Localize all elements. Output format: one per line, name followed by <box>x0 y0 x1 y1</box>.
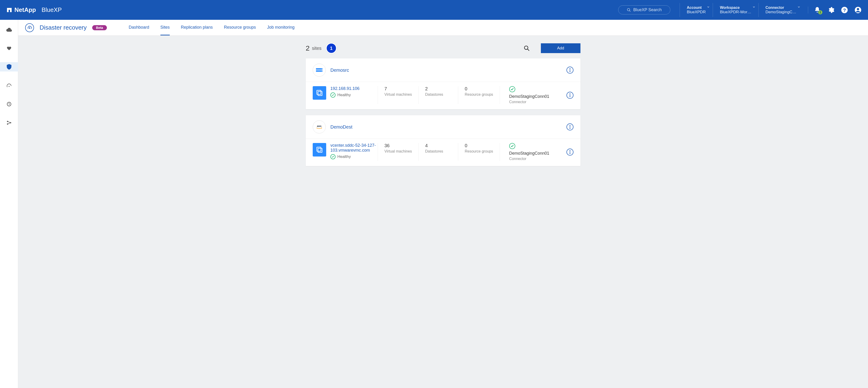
add-site-button[interactable]: Add <box>541 43 581 53</box>
global-header: NetApp BlueXP BlueXP Search Account Blue… <box>0 0 868 20</box>
site-more-button[interactable] <box>566 67 574 73</box>
vcenter-address[interactable]: 192.168.91.106 <box>331 86 360 91</box>
svg-text:aws: aws <box>317 125 321 127</box>
help-button[interactable]: ? <box>841 6 848 13</box>
chevron-down-icon <box>797 5 801 9</box>
svg-point-30 <box>569 125 570 126</box>
svg-point-18 <box>321 69 322 69</box>
list-header: 2 sites 1 Add <box>306 42 581 54</box>
tab-job-monitoring[interactable]: Job monitoring <box>267 20 294 35</box>
svg-point-26 <box>569 95 570 96</box>
svg-point-6 <box>9 86 9 87</box>
connector-label: Connector <box>509 157 566 161</box>
chevron-down-icon <box>707 5 710 9</box>
workspace-value: BlueXPDR-Wor… <box>720 10 751 14</box>
metric-label: Resource groups <box>465 92 493 97</box>
metric-vm: 36 Virtual machines <box>378 143 418 161</box>
svg-rect-23 <box>317 90 321 94</box>
site-more-button[interactable] <box>566 123 574 130</box>
chevron-down-icon <box>752 5 755 9</box>
check-icon <box>332 94 334 96</box>
connector-label: Connector <box>766 6 796 10</box>
server-stack-icon <box>316 89 323 96</box>
sidebar-item-extensions[interactable] <box>0 118 18 127</box>
profile-button[interactable] <box>855 6 862 13</box>
site-card-header: aws DemoDest <box>306 115 581 139</box>
svg-point-32 <box>569 128 570 129</box>
context-selectors: Account BlueXPDR Workspace BlueXPDR-Wor…… <box>680 3 803 17</box>
check-icon <box>511 145 514 147</box>
step-indicator: 1 <box>326 42 337 54</box>
brand-text: NetApp <box>14 6 36 13</box>
status-healthy-icon <box>331 92 336 97</box>
vcenter-address[interactable]: vcenter.sddc-52-34-127-103.vmwarevmc.com <box>331 143 378 153</box>
svg-point-22 <box>569 71 570 72</box>
metric-value: 36 <box>384 143 412 148</box>
connector-status-icon <box>509 143 515 149</box>
search-sites-button[interactable] <box>524 45 530 51</box>
sidebar-item-protection[interactable] <box>0 62 18 71</box>
metric-value: 0 <box>465 86 493 92</box>
connector-label: Connector <box>509 100 566 104</box>
vcenter-status: Healthy <box>331 154 378 159</box>
account-value: BlueXPDR <box>687 10 706 14</box>
site-name[interactable]: Demosrc <box>331 67 349 73</box>
svg-point-36 <box>569 152 570 153</box>
service-title: Disaster recovery <box>39 24 87 31</box>
site-name[interactable]: DemoDest <box>331 124 352 130</box>
page-content: 2 sites 1 Add <box>18 36 868 388</box>
vcenter-status-text: Healthy <box>337 154 351 159</box>
more-vertical-icon <box>569 93 570 97</box>
tab-sites[interactable]: Sites <box>160 20 170 35</box>
tab-resource-groups[interactable]: Resource groups <box>224 20 256 35</box>
vcenter-more-button[interactable] <box>566 92 574 99</box>
sidebar-item-health[interactable] <box>0 43 18 53</box>
metric-label: Virtual machines <box>384 149 412 153</box>
cloud-recovery-icon <box>27 25 32 30</box>
connector-value: DemoStagingC… <box>766 10 796 14</box>
connector-name: DemoStagingConn01 <box>509 151 566 156</box>
status-healthy-icon <box>331 154 336 159</box>
vcenter-more-button[interactable] <box>566 149 574 156</box>
search-icon <box>524 45 530 51</box>
site-card: aws DemoDest <box>306 115 581 166</box>
site-type-icon <box>313 64 326 77</box>
settings-button[interactable] <box>828 6 834 13</box>
vcenter-icon <box>313 86 326 100</box>
metric-value: 0 <box>465 143 493 148</box>
workspace-selector[interactable]: Workspace BlueXPDR-Wor… <box>713 3 758 17</box>
connector-status-icon <box>509 86 515 92</box>
account-selector[interactable]: Account BlueXPDR <box>680 3 713 17</box>
logo-block: NetApp BlueXP <box>6 6 62 13</box>
svg-point-27 <box>569 96 570 97</box>
metric-resource-groups: 0 Resource groups <box>458 143 500 161</box>
vcenter-status-text: Healthy <box>337 93 351 97</box>
sidebar-item-canvas[interactable] <box>0 25 18 34</box>
more-vertical-icon <box>569 150 570 154</box>
metric-value: 4 <box>425 143 452 148</box>
metric-vm: 7 Virtual machines <box>378 86 418 104</box>
metric-datastores: 4 Datastores <box>418 143 458 161</box>
svg-point-10 <box>10 122 11 123</box>
notifications-button[interactable]: 1 <box>814 6 821 13</box>
svg-point-5 <box>857 8 859 10</box>
product-text: BlueXP <box>41 6 62 13</box>
metric-label: Virtual machines <box>384 92 412 97</box>
service-tabs: Dashboard Sites Replication plans Resour… <box>129 20 294 35</box>
sidebar-item-mobility[interactable] <box>0 99 18 109</box>
brand-logo[interactable]: NetApp <box>6 6 36 13</box>
vcenter-block: vcenter.sddc-52-34-127-103.vmwarevmc.com… <box>313 143 378 161</box>
connector-selector[interactable]: Connector DemoStagingC… <box>758 3 803 17</box>
left-sidebar <box>0 20 18 388</box>
site-card: Demosrc 192.168.91.106 <box>306 58 581 109</box>
tab-dashboard[interactable]: Dashboard <box>129 20 149 35</box>
check-icon <box>511 88 514 90</box>
tab-replication-plans[interactable]: Replication plans <box>181 20 213 35</box>
site-card-body: 192.168.91.106 Healthy 7 <box>306 82 581 109</box>
workspace-label: Workspace <box>720 6 751 10</box>
global-search[interactable]: BlueXP Search <box>618 5 670 14</box>
server-stack-icon <box>316 146 323 153</box>
sidebar-item-governance[interactable] <box>0 81 18 90</box>
connector-block: DemoStagingConn01 Connector <box>500 143 566 161</box>
netapp-icon <box>6 7 12 13</box>
